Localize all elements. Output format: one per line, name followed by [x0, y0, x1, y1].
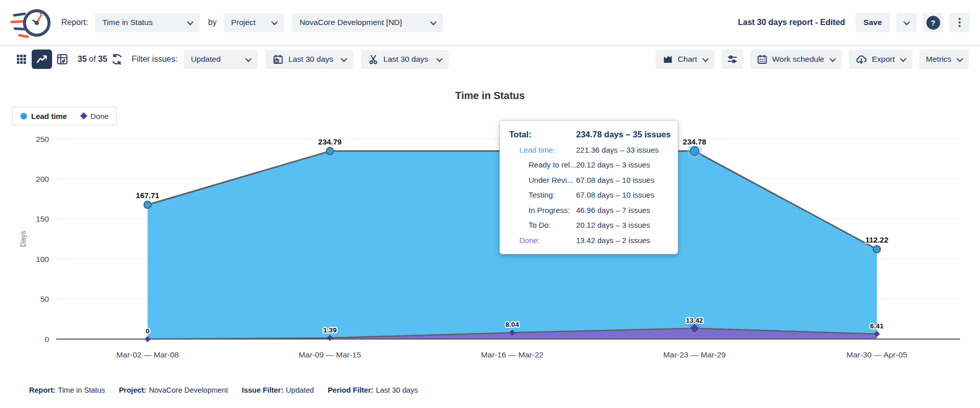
legend-item-lead-time[interactable]: Lead time	[20, 112, 67, 121]
chart-view-button[interactable]	[32, 50, 52, 69]
circle-marker-icon	[20, 113, 27, 119]
footer-item-project: Project:NovaCore Development	[119, 386, 228, 394]
grid-icon	[16, 54, 27, 65]
footer-item-report: Report:Time in Status	[29, 386, 105, 394]
app-header: Report: Time in Status by Project NovaCo…	[0, 0, 980, 46]
tooltip-row-done: Done:13.42 days – 2 issues	[505, 233, 673, 248]
group-by-select[interactable]: Project	[224, 13, 284, 32]
y-tick-label: 250	[36, 135, 49, 143]
report-label: Report:	[61, 18, 88, 27]
marker-lead-time-3[interactable]	[690, 147, 699, 155]
help-button[interactable]: ?	[923, 13, 943, 32]
tooltip-row-label: To Do:	[505, 221, 576, 229]
tooltip-row-value: 221.36 days – 33 issues	[576, 146, 673, 154]
y-tick-label: 50	[40, 295, 50, 303]
toolbar-right: Chart	[656, 50, 969, 69]
sliders-icon	[727, 54, 738, 64]
save-options-button[interactable]	[896, 13, 917, 32]
calendar-clock-icon	[273, 54, 283, 65]
marker-lead-time-4[interactable]	[873, 246, 880, 253]
tooltip-row-status: In Progress:46.96 days – 7 issues	[505, 203, 673, 218]
chevron-down-icon	[436, 55, 443, 62]
chart-type-button[interactable]: Chart	[656, 50, 714, 69]
filter-issues-label: Filter issues:	[132, 55, 178, 64]
question-mark-icon: ?	[926, 16, 940, 30]
y-tick-label: 200	[36, 175, 49, 183]
pivot-view-button[interactable]	[52, 50, 73, 69]
footer-item-period-filter: Period Filter:Last 30 days	[328, 386, 418, 394]
toolbar: 35 of 35 Filter issues: Updated Last 30 …	[0, 47, 980, 71]
legend-item-done[interactable]: Done	[81, 112, 109, 121]
marker-lead-time-1[interactable]	[326, 148, 333, 155]
tooltip-row-label: Ready to rel...	[505, 160, 576, 169]
chevron-down-icon	[702, 55, 709, 62]
issue-filter-select[interactable]: Updated	[184, 50, 258, 69]
chevron-down-icon	[272, 18, 278, 25]
tooltip-row-value: 67.08 days – 10 issues	[576, 190, 673, 199]
export-button[interactable]: Export	[849, 50, 912, 69]
trim-period-select[interactable]: Last 30 days	[361, 50, 449, 69]
data-label-lead-time-3: 234.78	[683, 137, 706, 146]
tooltip-row-status: To Do:20.12 days – 3 issues	[505, 218, 673, 233]
chevron-down-icon	[187, 18, 194, 25]
scissors-icon	[368, 54, 378, 65]
chart-settings-button[interactable]	[722, 50, 743, 69]
tooltip-row-label: Under Revi...	[505, 176, 576, 184]
data-label-done-0: 0	[146, 327, 150, 335]
x-axis-label: Mar-09 — Mar-15	[299, 350, 361, 359]
time-in-status-report-page: Report: Time in Status by Project NovaCo…	[0, 0, 980, 408]
report-summary-footer: Report:Time in StatusProject:NovaCore De…	[29, 386, 432, 394]
cloud-export-icon	[855, 54, 867, 65]
tooltip-row-value: 13.42 days – 2 issues	[576, 236, 673, 245]
y-tick-label: 150	[36, 214, 49, 223]
report-type-select[interactable]: Time in Status	[95, 13, 200, 32]
tooltip-row-label: Testing:	[505, 190, 576, 199]
marker-lead-time-0[interactable]	[144, 201, 151, 208]
more-options-button[interactable]	[949, 13, 970, 32]
data-label-done-1: 1.39	[323, 326, 337, 334]
tooltip-row-value: 67.08 days – 10 issues	[576, 176, 673, 184]
tooltip-row-value: 46.96 days – 7 issues	[576, 206, 673, 214]
chevron-down-icon	[903, 18, 910, 25]
x-axis-label: Mar-23 — Mar-29	[663, 350, 726, 359]
x-axis-label: Mar-30 — Apr-05	[847, 350, 907, 359]
work-schedule-button[interactable]: Work schedule	[750, 50, 842, 69]
chevron-down-icon	[341, 55, 347, 62]
app-logo-icon	[10, 4, 53, 41]
metrics-button[interactable]: Metrics	[919, 50, 969, 69]
data-label-lead-time-0: 167.71	[136, 191, 159, 200]
chart-title: Time in Status	[0, 90, 980, 102]
tooltip-row-lead: Lead time:221.36 days – 33 issues	[505, 142, 673, 158]
date-range-select[interactable]: Last 30 days	[266, 50, 353, 69]
calendar-icon	[757, 54, 768, 65]
tooltip-row-label: Total:	[505, 130, 576, 139]
save-button[interactable]: Save	[855, 13, 890, 32]
tooltip-row-label: Lead time:	[505, 146, 576, 154]
data-label-done-3: 13.42	[686, 317, 703, 324]
line-chart-icon	[36, 54, 48, 65]
chevron-down-icon	[829, 55, 836, 62]
area-chart-icon	[662, 54, 673, 64]
legend-label: Lead time	[31, 112, 67, 121]
issue-count: 35 of 35	[78, 55, 107, 64]
chart-tooltip: Total:234.78 days – 35 issuesLead time:2…	[499, 120, 678, 254]
project-select[interactable]: NovaCore Development [ND]	[292, 13, 443, 32]
tooltip-row-value: 20.12 days – 3 issues	[576, 221, 673, 229]
grid-view-button[interactable]	[11, 50, 32, 69]
pivot-table-icon	[57, 54, 68, 65]
data-label-done-2: 8.04	[506, 321, 519, 328]
chevron-down-icon	[245, 55, 252, 62]
y-axis-title: Days	[19, 231, 27, 247]
tooltip-row-value: 20.12 days – 3 issues	[576, 160, 673, 169]
refresh-icon[interactable]	[110, 53, 124, 66]
kebab-menu-icon	[959, 18, 961, 27]
tooltip-row-status: Under Revi...67.08 days – 10 issues	[505, 173, 673, 188]
tooltip-row-total: Total:234.78 days – 35 issues	[505, 127, 673, 142]
x-axis-label: Mar-16 — Mar-22	[481, 350, 543, 359]
tooltip-row-value: 234.78 days – 35 issues	[576, 130, 673, 139]
y-tick-label: 0	[44, 335, 49, 344]
x-axis-label: Mar-02 — Mar-08	[116, 350, 179, 359]
y-tick-label: 100	[36, 255, 49, 263]
time-in-status-chart: 050100150200250DaysMar-02 — Mar-08Mar-09…	[0, 123, 980, 365]
legend-label: Done	[90, 112, 109, 121]
